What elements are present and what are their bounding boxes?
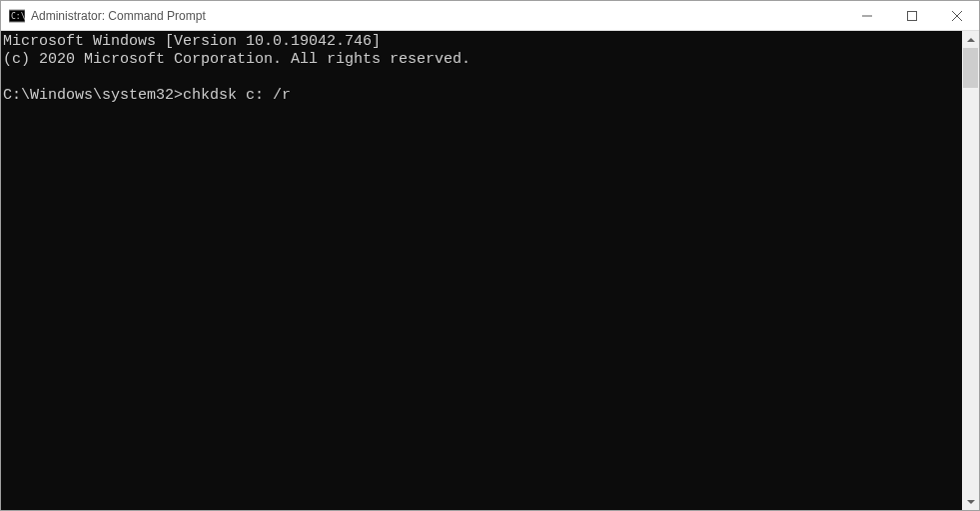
svg-marker-7: [967, 500, 975, 504]
terminal-line: (c) 2020 Microsoft Corporation. All righ…: [3, 51, 471, 68]
svg-text:C:\: C:\: [11, 12, 25, 21]
terminal-output[interactable]: Microsoft Windows [Version 10.0.19042.74…: [1, 31, 962, 510]
close-button[interactable]: [934, 1, 979, 30]
window-controls: [844, 1, 979, 30]
minimize-button[interactable]: [844, 1, 889, 30]
scroll-thumb[interactable]: [963, 48, 978, 88]
command-prompt-window: C:\ Administrator: Command Prompt Micros…: [0, 0, 980, 511]
scroll-down-button[interactable]: [962, 493, 979, 510]
scroll-up-button[interactable]: [962, 31, 979, 48]
client-area: Microsoft Windows [Version 10.0.19042.74…: [1, 31, 979, 510]
terminal-line: C:\Windows\system32>chkdsk c: /r: [3, 87, 291, 104]
vertical-scrollbar[interactable]: [962, 31, 979, 510]
svg-rect-3: [907, 11, 916, 20]
title-bar[interactable]: C:\ Administrator: Command Prompt: [1, 1, 979, 31]
terminal-line: Microsoft Windows [Version 10.0.19042.74…: [3, 33, 381, 50]
window-title: Administrator: Command Prompt: [31, 9, 844, 23]
maximize-button[interactable]: [889, 1, 934, 30]
svg-marker-6: [967, 38, 975, 42]
app-icon: C:\: [9, 8, 25, 24]
